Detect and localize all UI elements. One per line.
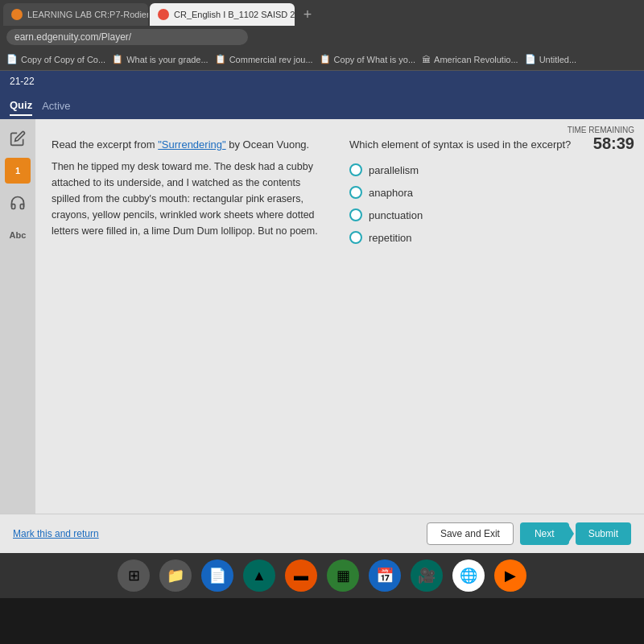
excerpt-prompt: Read the excerpt from "Surrendering" by … [52, 138, 325, 151]
tab-favicon [158, 9, 169, 20]
excerpt-text: Then he tipped my desk toward me. The de… [52, 159, 325, 239]
address-bar [0, 26, 644, 48]
radio-punctuation[interactable] [349, 208, 362, 221]
taskbar-play[interactable]: ▶ [494, 559, 526, 592]
tab-favicon [11, 9, 23, 20]
bookmark-untitled[interactable]: 📄 Untitled... [525, 54, 576, 64]
quiz-tab[interactable]: Quiz [10, 99, 32, 116]
quiz-bar: Quiz Active [0, 92, 644, 119]
bookmark-commercial[interactable]: 📋 Commercial rev jou... [215, 54, 313, 64]
tab-bar: LEARNING LAB CR:P7-Rodier ✕ CR_English I… [0, 0, 644, 26]
tab-label: CR_English I B_1102 SAISD 21-2: [174, 10, 295, 19]
submit-button[interactable]: Submit [576, 522, 631, 545]
bookmark-label: Copy of Copy of Co... [21, 55, 105, 64]
option-parallelism[interactable]: parallelism [349, 163, 628, 176]
taskbar-drive[interactable]: ▲ [243, 559, 275, 592]
radio-anaphora[interactable] [349, 186, 362, 199]
taskbar-calendar[interactable]: 📅 [369, 559, 401, 592]
edgenuity-page: 21-22 Quiz Active 1 Abc [0, 71, 644, 553]
timer: TIME REMAINING 58:39 [568, 126, 634, 153]
bookmark-icon: 📄 [525, 54, 536, 64]
bookmark-icon: 📋 [320, 54, 331, 64]
question-number-badge: 1 [5, 158, 31, 184]
bookmark-american-rev[interactable]: 🏛 American Revolutio... [422, 55, 518, 64]
sidebar: 1 Abc [0, 119, 35, 514]
bookmark-label: Commercial rev jou... [229, 55, 313, 64]
next-button[interactable]: Next [520, 522, 569, 545]
taskbar-docs[interactable]: 📄 [201, 559, 233, 592]
option-label-parallelism: parallelism [369, 164, 419, 176]
bookmark-label: What is your grade... [126, 55, 208, 64]
answer-section: Which element of syntax is used in the e… [349, 138, 628, 244]
tab-cr-english[interactable]: CR_English I B_1102 SAISD 21-2: ✕ [150, 3, 295, 26]
taskbar-launcher[interactable]: ⊞ [118, 559, 150, 592]
new-tab-button[interactable]: + [296, 3, 319, 26]
taskbar-meet[interactable]: 🎥 [411, 559, 443, 592]
bookmark-copy-of-copy[interactable]: 📄 Copy of Copy of Co... [6, 54, 105, 64]
bookmark-label: Copy of What is yo... [334, 55, 415, 64]
bookmark-copy-what[interactable]: 📋 Copy of What is yo... [320, 54, 415, 64]
course-nav: 21-22 [0, 71, 644, 92]
audio-button[interactable] [5, 190, 31, 216]
bookmark-icon: 🏛 [422, 55, 431, 64]
bookmark-label: Untitled... [539, 55, 576, 64]
bookmark-icon: 📋 [112, 54, 123, 64]
radio-repetition[interactable] [349, 231, 362, 244]
bottom-bar: Mark this and return Save and Exit Next … [0, 514, 644, 553]
abc-button[interactable]: Abc [5, 222, 31, 248]
url-input[interactable] [6, 29, 248, 45]
option-label-repetition: repetition [369, 232, 411, 244]
taskbar-sheets[interactable]: ▦ [327, 559, 359, 592]
bookmark-what-is-grade[interactable]: 📋 What is your grade... [112, 54, 208, 64]
mark-return-link[interactable]: Mark this and return [13, 528, 99, 539]
course-label: 21-22 [10, 76, 35, 87]
option-punctuation[interactable]: punctuation [349, 208, 628, 221]
tab-learning-lab[interactable]: LEARNING LAB CR:P7-Rodier ✕ [3, 3, 148, 26]
taskbar-chrome[interactable]: 🌐 [452, 559, 485, 592]
taskbar-slides[interactable]: ▬ [285, 559, 317, 592]
save-exit-button[interactable]: Save and Exit [427, 522, 514, 545]
bookmarks-bar: 📄 Copy of Copy of Co... 📋 What is your g… [0, 48, 644, 71]
tab-label: LEARNING LAB CR:P7-Rodier [27, 10, 148, 19]
bookmark-icon: 📋 [215, 54, 226, 64]
taskbar-files[interactable]: 📁 [159, 559, 192, 592]
radio-parallelism[interactable] [349, 163, 362, 176]
taskbar: ⊞ 📁 📄 ▲ ▬ ▦ 📅 🎥 🌐 ▶ [0, 553, 644, 598]
timer-label: TIME REMAINING [568, 126, 634, 134]
option-anaphora[interactable]: anaphora [349, 186, 628, 199]
excerpt-link[interactable]: "Surrendering" [158, 138, 225, 151]
edit-tool-button[interactable] [5, 126, 31, 151]
option-label-punctuation: punctuation [369, 209, 423, 221]
browser-chrome: LEARNING LAB CR:P7-Rodier ✕ CR_English I… [0, 0, 644, 71]
option-label-anaphora: anaphora [369, 187, 413, 199]
bottom-buttons: Save and Exit Next Submit [427, 522, 631, 545]
main-content: TIME REMAINING 58:39 Read the excerpt fr… [35, 119, 644, 514]
question-area: Read the excerpt from "Surrendering" by … [52, 138, 628, 244]
option-repetition[interactable]: repetition [349, 231, 628, 244]
bookmark-label: American Revolutio... [434, 55, 518, 64]
content-area: 1 Abc TIME REMAINING 58:39 Re [0, 119, 644, 514]
timer-value: 58:39 [568, 134, 634, 153]
bookmark-icon: 📄 [6, 54, 18, 64]
excerpt-section: Read the excerpt from "Surrendering" by … [52, 138, 325, 244]
active-label: Active [42, 100, 70, 115]
answer-options: parallelism anaphora punctuation [349, 163, 628, 244]
